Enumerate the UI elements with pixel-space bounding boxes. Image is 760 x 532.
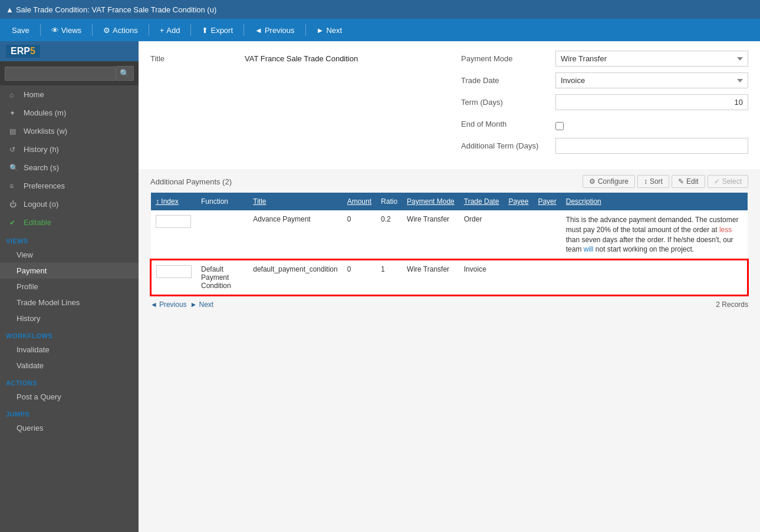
logout-icon: ⏻ (9, 200, 19, 209)
sidebar-item-editable[interactable]: ✔ Editable (0, 213, 139, 232)
sidebar-item-view[interactable]: View (0, 247, 139, 263)
trade-date-select[interactable]: Invoice (555, 72, 748, 88)
col-amount: Amount (343, 193, 376, 210)
edit-icon: ✎ (678, 177, 684, 186)
row1-payment-mode: Wire Transfer (402, 210, 459, 260)
sidebar-item-queries[interactable]: Queries (0, 420, 139, 436)
preferences-icon: ≡ (9, 182, 19, 190)
table-header: ↕ Index Function Title Amount Ratio Paym… (151, 193, 748, 210)
payment-mode-label: Payment Mode (461, 51, 555, 63)
search-input[interactable] (5, 67, 116, 81)
form-fields: Title VAT France Sale Trade Condition Pa… (150, 51, 748, 160)
sidebar-section-actions: ACTIONS (0, 376, 139, 389)
table-section: Additional Payments (2) ⚙ Configure ↕ So… (139, 169, 760, 319)
row2-payment-mode: Wire Transfer (402, 260, 459, 295)
row1-ratio: 0.2 (376, 210, 402, 260)
sidebar-item-history-h[interactable]: ↺ History (h) (0, 140, 139, 158)
save-button[interactable]: Save (5, 24, 37, 37)
col-title: Title (248, 193, 342, 210)
row2-payer (533, 260, 561, 295)
select-button[interactable]: ✓ Select (708, 175, 748, 188)
history-h-icon: ↺ (9, 146, 19, 154)
form-area: Title VAT France Sale Trade Condition Pa… (139, 41, 760, 169)
top-bar: ▲ Sale Trade Condition: VAT France Sale … (0, 0, 760, 19)
modules-icon: ✦ (9, 109, 19, 117)
toolbar-separator-6 (305, 24, 306, 36)
end-of-month-checkbox[interactable] (555, 122, 564, 130)
previous-page-button[interactable]: ◄ Previous (150, 300, 187, 309)
form-left: Title VAT France Sale Trade Condition (150, 51, 437, 160)
sidebar-item-home[interactable]: ⌂ Home (0, 85, 139, 104)
toolbar-separator-2 (92, 24, 93, 36)
sidebar-item-preferences[interactable]: ≡ Preferences (0, 177, 139, 195)
row1-title: Advance Payment (248, 210, 342, 260)
end-of-month-row: End of Month (461, 116, 748, 132)
title-label: Title (150, 51, 245, 63)
sidebar-section-jumps: JUMPS (0, 407, 139, 420)
export-button[interactable]: ⬆ Export (195, 24, 240, 37)
row2-trade-date: Invoice (459, 260, 504, 295)
views-button[interactable]: 👁 Views (44, 24, 88, 37)
search-button[interactable]: 🔍 (116, 66, 134, 81)
toolbar-separator-1 (40, 24, 41, 36)
col-description: Description (561, 193, 748, 210)
main-layout: ERP5 🔍 ⌂ Home ✦ Modules (m) ▤ Worklists … (0, 41, 760, 532)
end-of-month-label: End of Month (461, 116, 555, 128)
table-header-row: Additional Payments (2) ⚙ Configure ↕ So… (150, 175, 748, 188)
additional-term-input[interactable] (555, 138, 748, 154)
sidebar-item-invalidate[interactable]: Invalidate (0, 342, 139, 358)
sidebar-item-validate[interactable]: Validate (0, 358, 139, 374)
payment-mode-select[interactable]: Wire Transfer (555, 51, 748, 67)
col-function: Function (196, 193, 248, 210)
col-payee: Payee (504, 193, 533, 210)
configure-icon: ⚙ (589, 177, 596, 186)
sidebar-item-trade-model-lines[interactable]: Trade Model Lines (0, 295, 139, 310)
sort-icon: ↕ (644, 177, 647, 186)
row2-index-input[interactable] (156, 265, 192, 278)
sidebar-item-profile[interactable]: Profile (0, 279, 139, 295)
editable-check-icon: ✔ (9, 219, 19, 227)
toolbar-separator-5 (244, 24, 244, 36)
sidebar-item-logout[interactable]: ⏻ Logout (o) (0, 195, 139, 213)
sort-button[interactable]: ↕ Sort (637, 175, 669, 188)
sidebar-item-worklists[interactable]: ▤ Worklists (w) (0, 122, 139, 140)
sidebar-item-history[interactable]: History (0, 310, 139, 326)
actions-button[interactable]: ⚙ Actions (96, 24, 145, 37)
up-arrow-icon: ▲ (6, 5, 14, 14)
row1-payee (504, 210, 533, 260)
row1-index-input[interactable] (156, 215, 191, 228)
row1-index (151, 210, 196, 260)
next-button[interactable]: ► Next (310, 24, 350, 37)
sidebar-item-search[interactable]: 🔍 Search (s) (0, 158, 139, 177)
sidebar-item-modules[interactable]: ✦ Modules (m) (0, 104, 139, 122)
col-trade-date: Trade Date (459, 193, 504, 210)
row2-description (561, 260, 748, 295)
payments-table: ↕ Index Function Title Amount Ratio Paym… (150, 193, 748, 296)
row1-payer (533, 210, 561, 260)
highlight-less: less (719, 226, 732, 234)
edit-button[interactable]: ✎ Edit (672, 175, 705, 188)
configure-button[interactable]: ⚙ Configure (583, 175, 635, 188)
term-days-input[interactable]: 10 (555, 94, 748, 110)
toolbar: Save 👁 Views ⚙ Actions + Add ⬆ Export ◄ … (0, 19, 760, 41)
previous-button[interactable]: ◄ Previous (248, 24, 301, 37)
title-value: VAT France Sale Trade Condition (245, 51, 437, 63)
pagination-buttons: ◄ Previous ► Next (150, 300, 213, 309)
toolbar-separator-4 (190, 24, 191, 36)
trade-date-label: Trade Date (461, 72, 555, 85)
next-page-button[interactable]: ► Next (190, 300, 214, 309)
additional-term-row: Additional Term (Days) (461, 138, 748, 154)
highlight-will: will (584, 245, 594, 253)
add-button[interactable]: + Add (153, 24, 187, 37)
row1-description-text: This is the advance payment demanded. Th… (566, 215, 743, 255)
table-section-title: Additional Payments (2) (150, 177, 232, 186)
col-ratio: Ratio (376, 193, 402, 210)
col-payment-mode: Payment Mode (402, 193, 459, 210)
row2-title: default_payment_condition (248, 260, 342, 295)
row2-ratio: 1 (376, 260, 402, 295)
row1-function (196, 210, 248, 260)
sidebar-item-post-query[interactable]: Post a Query (0, 389, 139, 405)
sidebar-item-payment[interactable]: Payment (0, 263, 139, 279)
trade-date-row: Trade Date Invoice (461, 72, 748, 88)
sidebar-logo: ERP5 (0, 41, 139, 61)
